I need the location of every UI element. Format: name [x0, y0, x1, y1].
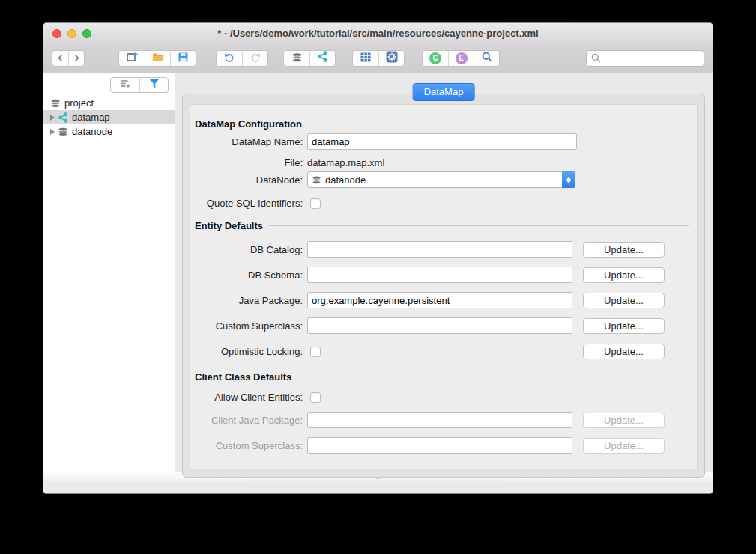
client-java-package-input[interactable] [307, 412, 572, 428]
tree-item-label: datamap [72, 112, 110, 123]
new-datamap-button[interactable] [309, 51, 335, 66]
row-optimistic-locking: Optimistic Locking: Update... [195, 344, 689, 359]
entity-group [352, 50, 405, 67]
objentity-badge-icon: C [429, 52, 441, 64]
row-client-java-package: Client Java Package: Update... [195, 412, 689, 428]
new-datanode-button[interactable] [284, 51, 309, 66]
db-catalog-update-button[interactable]: Update... [583, 242, 665, 258]
node-group [283, 50, 336, 67]
quote-sql-checkbox[interactable] [310, 198, 321, 209]
close-button[interactable] [52, 29, 61, 38]
client-custom-superclass-input[interactable] [307, 437, 572, 454]
java-package-input[interactable] [307, 292, 572, 308]
tree-item-datanode[interactable]: datanode [43, 124, 175, 138]
class-group: C E [422, 50, 500, 67]
datanode-select[interactable]: datanode [307, 171, 575, 188]
section-rule [308, 124, 689, 124]
project-tree-panel: project datamap [43, 73, 175, 472]
client-custom-superclass-label: Custom Superclass: [195, 440, 307, 451]
new-project-button[interactable] [119, 51, 145, 66]
status-bar [43, 481, 713, 493]
row-allow-client-entities: Allow Client Entities: [195, 392, 689, 403]
datanode-label: DataNode: [195, 174, 307, 186]
collapse-tree-button[interactable] [111, 78, 139, 92]
new-project-icon [127, 52, 138, 65]
allow-client-entities-checkbox[interactable] [310, 392, 321, 403]
toolbar: C E [43, 43, 713, 73]
save-icon [178, 52, 188, 65]
datamap-name-input[interactable] [307, 133, 577, 150]
optimistic-locking-checkbox[interactable] [310, 347, 321, 357]
java-package-update-button[interactable]: Update... [583, 293, 665, 308]
custom-superclass-update-button[interactable]: Update... [583, 318, 665, 334]
open-project-button[interactable] [145, 51, 170, 66]
new-dbentity-button[interactable] [353, 51, 378, 66]
tree-lines-icon [120, 78, 130, 91]
section-title: DataMap Configuration [195, 118, 302, 130]
tree-item-project[interactable]: project [43, 96, 175, 110]
file-value: datamap.map.xml [307, 157, 384, 168]
datamap-icon [57, 112, 69, 123]
db-schema-label: DB Schema: [195, 270, 307, 281]
expander-icon[interactable] [48, 115, 57, 121]
expander-icon[interactable] [48, 129, 57, 135]
undo-button[interactable] [217, 51, 242, 66]
database-icon [291, 52, 303, 65]
section-header-entity: Entity Defaults [195, 219, 689, 231]
custom-superclass-label: Custom Superclass: [195, 320, 307, 332]
chevron-right-icon [73, 52, 80, 65]
undo-icon [224, 52, 235, 65]
row-java-package: Java Package: Update... [195, 292, 689, 308]
search-blue-icon [482, 52, 492, 65]
search-input[interactable] [604, 53, 699, 64]
row-datamap-name: DataMap Name: [195, 133, 689, 150]
filter-button[interactable] [139, 78, 168, 92]
row-file: File: datamap.map.xml [195, 156, 689, 168]
db-catalog-input[interactable] [307, 241, 572, 258]
toolbar-search [586, 50, 704, 67]
filter-icon [149, 78, 160, 91]
redo-button[interactable] [242, 51, 267, 66]
database-icon [49, 99, 61, 108]
database-icon [312, 176, 321, 184]
main-panel: DataMap DataMap Configuration DataMap Na… [175, 73, 713, 472]
client-java-package-update-button[interactable]: Update... [583, 413, 665, 428]
save-button[interactable] [170, 51, 196, 66]
section-title: Entity Defaults [195, 220, 263, 231]
row-db-schema: DB Schema: Update... [195, 267, 689, 283]
java-package-label: Java Package: [195, 295, 307, 306]
new-embeddable-button[interactable]: E [448, 51, 474, 66]
optimistic-locking-update-button[interactable]: Update... [583, 344, 665, 359]
tab-datamap[interactable]: DataMap [413, 83, 475, 101]
new-query-button[interactable] [474, 51, 499, 66]
content-area: project datamap [43, 73, 713, 472]
project-tree: project datamap [43, 96, 175, 138]
row-quote-sql: Quote SQL Identifiers: [195, 198, 689, 209]
forward-button[interactable] [68, 51, 84, 66]
db-schema-update-button[interactable]: Update... [583, 267, 665, 283]
tree-item-datamap[interactable]: datamap [43, 110, 175, 124]
tree-item-label: project [64, 97, 94, 109]
datamap-name-label: DataMap Name: [195, 136, 307, 147]
new-procedure-button[interactable] [378, 51, 404, 66]
window-title: * - /Users/demo/work/tutorial/src/main/r… [43, 28, 713, 39]
custom-superclass-input[interactable] [307, 317, 572, 334]
row-db-catalog: DB Catalog: Update... [195, 241, 689, 258]
db-schema-input[interactable] [307, 267, 572, 283]
section-header-config: DataMap Configuration [195, 118, 689, 130]
datamap-tab-pane: DataMap Configuration DataMap Name: File… [182, 94, 705, 478]
embeddable-badge-icon: E [456, 52, 468, 64]
database-icon [57, 127, 69, 136]
datanode-selected-value: datanode [325, 174, 366, 186]
allow-client-entities-label: Allow Client Entities: [195, 392, 307, 403]
file-label: File: [195, 157, 307, 168]
new-objentity-button[interactable]: C [423, 51, 448, 66]
back-button[interactable] [52, 51, 68, 66]
client-custom-superclass-update-button[interactable]: Update... [583, 438, 665, 454]
app-window: * - /Users/demo/work/tutorial/src/main/r… [43, 22, 713, 494]
project-group [118, 50, 196, 67]
undo-group [216, 50, 268, 67]
zoom-button[interactable] [82, 29, 91, 38]
minimize-button[interactable] [67, 29, 76, 38]
chevron-left-icon [57, 52, 64, 65]
